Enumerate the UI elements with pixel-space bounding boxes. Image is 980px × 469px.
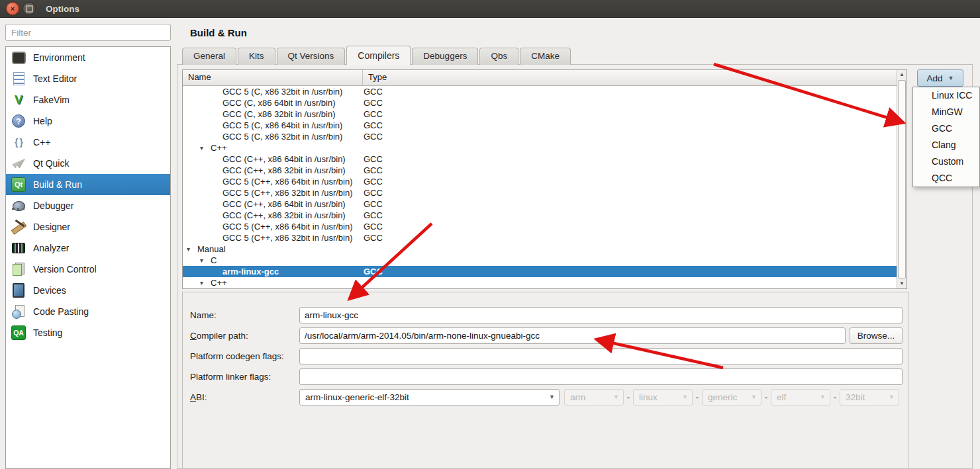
row-name-cell: GCC 5 (C, x86 64bit in /usr/bin) — [222, 120, 342, 131]
maximize-icon[interactable] — [23, 2, 36, 15]
table-row[interactable]: GCC (C++, x86 32bit in /usr/bin)GCC — [183, 210, 897, 221]
menu-item-gcc[interactable]: GCC — [913, 120, 979, 137]
expander-triangle-icon[interactable]: ▾ — [187, 243, 190, 255]
tab-compilers[interactable]: Compilers — [346, 46, 411, 65]
table-row[interactable]: arm-linux-gccGCC — [183, 266, 906, 277]
table-row[interactable]: GCC 5 (C, x86 32bit in /usr/bin)GCC — [183, 86, 897, 97]
scroll-down-icon[interactable]: ▼ — [897, 279, 906, 288]
abi-combobox[interactable]: arm-linux-generic-elf-32bit ▼ — [299, 389, 560, 405]
tab-cmake[interactable]: CMake — [520, 48, 571, 65]
row-name-cell: Manual — [197, 243, 226, 255]
analyzer-icon — [11, 240, 26, 256]
table-row[interactable]: GCC (C, x86 64bit in /usr/bin)GCC — [183, 97, 897, 108]
row-type-cell: GCC — [364, 86, 383, 97]
tab-kits[interactable]: Kits — [238, 48, 275, 65]
table-row[interactable]: GCC (C++, x86 32bit in /usr/bin)GCC — [183, 165, 897, 176]
menu-item-clang[interactable]: Clang — [913, 137, 979, 153]
menu-item-linux-icc[interactable]: Linux ICC — [913, 87, 979, 104]
tab-qbs[interactable]: Qbs — [479, 48, 518, 65]
sidebar-item-help[interactable]: Help — [6, 110, 170, 132]
add-button[interactable]: Add ▼ — [917, 69, 963, 87]
row-type-cell: GCC — [364, 176, 383, 187]
abi-row: ABI: arm-linux-generic-elf-32bit ▼ arm▼-… — [183, 389, 908, 405]
expander-triangle-icon[interactable]: ▾ — [200, 277, 203, 288]
compiler-path-label: Compiler path: — [190, 327, 248, 344]
abi-part-combobox-linux: linux▼ — [633, 389, 693, 405]
row-type-cell: GCC — [364, 187, 383, 198]
sidebar-item-qt-quick[interactable]: Qt Quick — [6, 153, 170, 174]
sidebar-item-debugger[interactable]: Debugger — [6, 195, 170, 216]
table-row[interactable]: ▾C — [183, 255, 897, 266]
row-name-cell: C — [211, 255, 217, 266]
column-header-name[interactable]: Name — [183, 70, 363, 85]
scrollbar-thumb[interactable] — [898, 80, 906, 278]
options-dialog: × Options EnvironmentText EditorFakeVimH… — [0, 0, 980, 469]
browse-button[interactable]: Browse... — [850, 327, 903, 344]
tab-qt-versions[interactable]: Qt Versions — [277, 48, 346, 65]
table-row[interactable]: GCC 5 (C++, x86 64bit in /usr/bin)GCC — [183, 176, 897, 187]
chevron-down-icon: ▼ — [948, 75, 954, 81]
abi-part-value: generic — [708, 392, 737, 402]
sidebar-item-fakevim[interactable]: FakeVim — [6, 89, 170, 110]
sidebar-item-build-run[interactable]: Build & Run — [6, 174, 170, 195]
expander-triangle-icon[interactable]: ▾ — [200, 255, 203, 266]
sidebar-item-testing[interactable]: Testing — [6, 322, 170, 343]
table-row[interactable]: ▾C++ — [183, 277, 897, 288]
abi-part-comboboxes: arm▼-linux▼-generic▼-elf▼-32bit▼ — [564, 389, 899, 405]
table-row[interactable]: GCC 5 (C, x86 64bit in /usr/bin)GCC — [183, 120, 897, 131]
name-input[interactable] — [299, 307, 903, 323]
filter-input[interactable] — [5, 24, 171, 41]
table-row[interactable]: GCC 5 (C, x86 32bit in /usr/bin)GCC — [183, 131, 897, 142]
sidebar-item-label: Testing — [33, 327, 62, 338]
table-row[interactable]: GCC (C, x86 32bit in /usr/bin)GCC — [183, 108, 897, 120]
table-row[interactable]: ▾C++ — [183, 142, 897, 153]
linker-flags-input[interactable] — [299, 368, 903, 385]
sidebar-item-version-control[interactable]: Version Control — [6, 259, 170, 280]
row-name-cell: GCC (C++, x86 64bit in /usr/bin) — [222, 153, 346, 165]
compiler-detail-panel: Name: Compiler path: Browse... Platform … — [182, 292, 908, 469]
row-type-cell: GCC — [364, 131, 383, 142]
expander-triangle-icon[interactable]: ▾ — [200, 142, 203, 153]
table-row[interactable]: ▾Manual — [183, 243, 897, 255]
sidebar-item-analyzer[interactable]: Analyzer — [6, 237, 170, 259]
linker-flags-row: Platform linker flags: — [183, 368, 908, 385]
chevron-down-icon: ▼ — [613, 390, 619, 405]
help-icon — [11, 113, 26, 129]
linker-flags-label: Platform linker flags: — [190, 368, 271, 385]
close-icon[interactable]: × — [6, 2, 19, 15]
table-row[interactable]: GCC 5 (C++, x86 64bit in /usr/bin)GCC — [183, 221, 897, 232]
sidebar-item-devices[interactable]: Devices — [6, 280, 170, 301]
menu-item-mingw[interactable]: MinGW — [913, 104, 979, 120]
abi-part-value: arm — [570, 392, 585, 402]
table-row[interactable]: GCC 5 (C++, x86 32bit in /usr/bin)GCC — [183, 187, 897, 198]
vertical-scrollbar[interactable]: ▲ ▼ — [897, 70, 906, 288]
abi-combobox-value: arm-linux-generic-elf-32bit — [305, 392, 409, 402]
compiler-path-row: Compiler path: Browse... — [183, 327, 908, 344]
sidebar-item-label: Version Control — [33, 264, 97, 275]
column-header-type[interactable]: Type — [363, 70, 392, 85]
table-row[interactable]: GCC (C++, x86 64bit in /usr/bin)GCC — [183, 198, 897, 210]
table-row[interactable]: GCC (C++, x86 64bit in /usr/bin)GCC — [183, 153, 897, 165]
debugger-icon — [11, 198, 26, 214]
environment-icon — [11, 50, 26, 65]
sidebar-item-code-pasting[interactable]: Code Pasting — [6, 301, 170, 322]
tab-general[interactable]: General — [182, 48, 236, 65]
menu-item-qcc[interactable]: QCC — [913, 170, 979, 187]
compiler-path-input[interactable] — [299, 327, 846, 344]
row-type-cell: GCC — [364, 198, 383, 210]
chevron-down-icon: ▼ — [549, 390, 555, 405]
sidebar-item-designer[interactable]: Designer — [6, 216, 170, 237]
sidebar-item-c[interactable]: C++ — [6, 132, 170, 153]
sidebar-item-label: Environment — [33, 52, 85, 63]
scroll-up-icon[interactable]: ▲ — [897, 70, 906, 79]
designer-icon — [11, 219, 26, 235]
table-row[interactable]: GCC 5 (C++, x86 32bit in /usr/bin)GCC — [183, 232, 897, 243]
codegen-flags-input[interactable] — [299, 348, 903, 364]
tab-debuggers[interactable]: Debuggers — [412, 48, 478, 65]
abi-part-combobox-generic: generic▼ — [702, 389, 761, 405]
menu-item-custom[interactable]: Custom — [913, 153, 979, 170]
cpp-icon — [11, 134, 26, 150]
sidebar-item-environment[interactable]: Environment — [6, 47, 170, 68]
row-type-cell: GCC — [364, 221, 383, 232]
sidebar-item-text-editor[interactable]: Text Editor — [6, 68, 170, 89]
